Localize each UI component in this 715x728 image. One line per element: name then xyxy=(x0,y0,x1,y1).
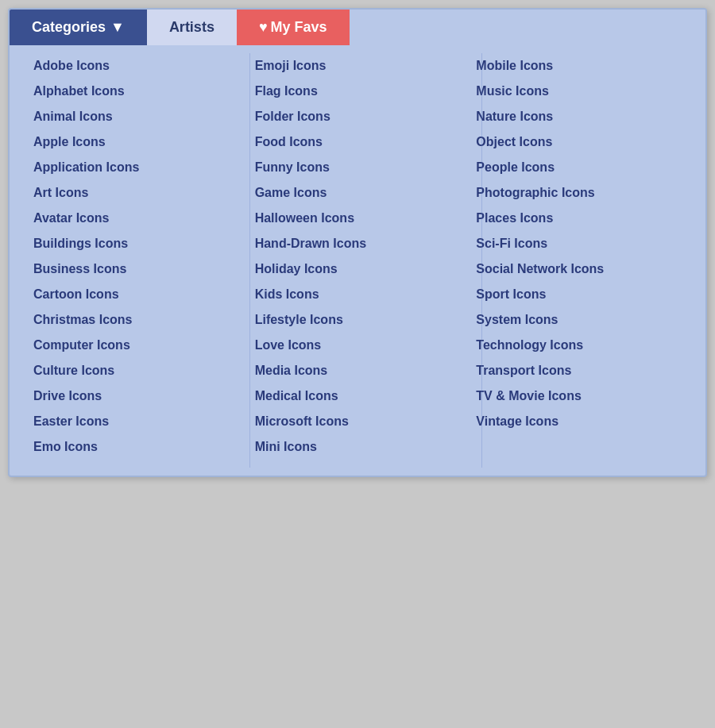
tab-artists[interactable]: Artists xyxy=(147,10,237,45)
tab-bar: Categories ▼ Artists ♥My Favs xyxy=(10,10,705,45)
list-item[interactable]: Technology Icons xyxy=(468,333,690,358)
list-item[interactable]: Holiday Icons xyxy=(247,256,469,282)
list-item[interactable]: Hand-Drawn Icons xyxy=(247,231,469,256)
list-item[interactable]: Food Icons xyxy=(247,129,469,155)
list-item[interactable]: Easter Icons xyxy=(25,409,247,434)
list-item[interactable]: People Icons xyxy=(468,155,690,180)
list-item[interactable]: Love Icons xyxy=(247,333,469,358)
list-item[interactable]: Drive Icons xyxy=(25,383,247,409)
heart-icon: ♥ xyxy=(259,19,268,35)
list-item[interactable]: Computer Icons xyxy=(25,333,247,358)
list-item[interactable]: Object Icons xyxy=(468,129,690,155)
list-item[interactable]: Microsoft Icons xyxy=(247,409,469,434)
list-item[interactable]: Mobile Icons xyxy=(468,53,690,79)
list-item[interactable]: Medical Icons xyxy=(247,383,469,409)
list-item[interactable]: Christmas Icons xyxy=(25,307,247,333)
list-item[interactable]: Mini Icons xyxy=(247,434,469,460)
list-item[interactable]: Art Icons xyxy=(25,180,247,206)
list-item[interactable]: Nature Icons xyxy=(468,104,690,129)
tab-myfavs-label: My Favs xyxy=(271,19,327,35)
list-item[interactable]: Apple Icons xyxy=(25,129,247,155)
list-item[interactable]: Music Icons xyxy=(468,79,690,104)
tab-categories-label: Categories xyxy=(32,19,106,36)
list-item[interactable]: Avatar Icons xyxy=(25,206,247,231)
list-item[interactable]: Sci-Fi Icons xyxy=(468,231,690,256)
list-item[interactable]: Alphabet Icons xyxy=(25,79,247,104)
list-item[interactable]: Transport Icons xyxy=(468,358,690,383)
list-item[interactable]: TV & Movie Icons xyxy=(468,383,690,409)
list-item[interactable]: Social Network Icons xyxy=(468,256,690,282)
list-item[interactable]: Game Icons xyxy=(247,180,469,206)
list-item[interactable]: Cartoon Icons xyxy=(25,282,247,307)
list-item[interactable]: Places Icons xyxy=(468,206,690,231)
list-item[interactable]: System Icons xyxy=(468,307,690,333)
tab-categories[interactable]: Categories ▼ xyxy=(10,10,147,45)
list-item[interactable]: Adobe Icons xyxy=(25,53,247,79)
dropdown-panel: Categories ▼ Artists ♥My Favs Adobe Icon… xyxy=(8,8,707,477)
list-item[interactable]: Photographic Icons xyxy=(468,180,690,206)
list-item[interactable]: Halloween Icons xyxy=(247,206,469,231)
list-item[interactable]: Media Icons xyxy=(247,358,469,383)
list-item[interactable]: Funny Icons xyxy=(247,155,469,180)
list-item[interactable]: Lifestyle Icons xyxy=(247,307,469,333)
list-item[interactable]: Folder Icons xyxy=(247,104,469,129)
tab-artists-label: Artists xyxy=(169,19,214,35)
list-item[interactable]: Vintage Icons xyxy=(468,409,690,434)
tab-myfavs[interactable]: ♥My Favs xyxy=(237,10,350,45)
list-item[interactable]: Kids Icons xyxy=(247,282,469,307)
list-item[interactable]: Flag Icons xyxy=(247,79,469,104)
tab-categories-arrow: ▼ xyxy=(110,19,125,36)
list-item[interactable]: Business Icons xyxy=(25,256,247,282)
list-item[interactable]: Application Icons xyxy=(25,155,247,180)
list-item[interactable]: Animal Icons xyxy=(25,104,247,129)
list-item[interactable]: Buildings Icons xyxy=(25,231,247,256)
list-item[interactable]: Emoji Icons xyxy=(247,53,469,79)
list-item[interactable]: Sport Icons xyxy=(468,282,690,307)
list-item[interactable]: Culture Icons xyxy=(25,358,247,383)
list-item[interactable]: Emo Icons xyxy=(25,434,247,460)
list-item xyxy=(468,434,690,460)
categories-grid: Adobe IconsEmoji IconsMobile IconsAlphab… xyxy=(10,45,705,476)
